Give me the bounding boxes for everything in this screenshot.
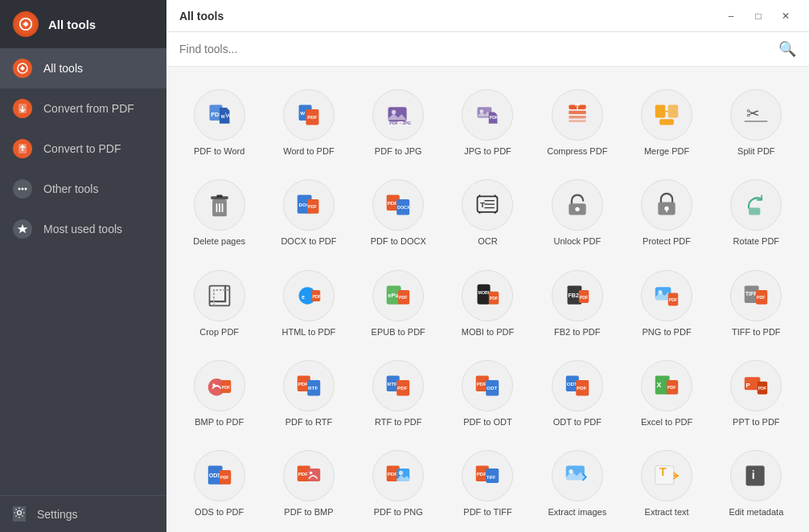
tool-crop-pdf[interactable]: Crop PDF [176, 260, 262, 344]
tool-pdf-to-rtf[interactable]: PDFRTFPDF to RTF [265, 350, 351, 434]
svg-text:PDF: PDF [307, 114, 318, 120]
svg-text:ODT: ODT [566, 381, 577, 387]
tool-label-protect-pdf: Protect PDF [643, 235, 691, 247]
tool-label-crop-pdf: Crop PDF [199, 326, 239, 338]
svg-text:✂: ✂ [746, 104, 760, 122]
sidebar-title: All tools [48, 18, 96, 31]
sidebar-item-convert-to-pdf[interactable]: Convert to PDF [0, 129, 166, 169]
svg-text:PDF: PDF [220, 476, 229, 481]
tool-compress-pdf[interactable]: Compress PDF [534, 80, 620, 163]
svg-rect-130 [746, 466, 765, 486]
all-tools-icon [13, 59, 32, 78]
tool-pdf-to-odt[interactable]: PDFODTPDF to ODT [445, 350, 531, 434]
svg-point-83 [212, 383, 216, 387]
tool-pdf-to-jpg[interactable]: PDF→JPGPDF to JPG [355, 80, 441, 163]
tool-icon-rtf-to-pdf: RTFPDF [372, 360, 424, 411]
tool-icon-delete-pages [194, 179, 245, 231]
sidebar-item-all-tools[interactable]: All tools [0, 48, 166, 88]
svg-text:PDF: PDF [669, 297, 678, 302]
tool-rotate-pdf[interactable]: Rotate PDF [713, 170, 799, 253]
svg-rect-55 [749, 208, 760, 215]
tool-icon-word-to-pdf: WPDF [283, 89, 335, 141]
tool-label-docx-to-pdf: DOCX to PDF [281, 235, 336, 247]
tool-word-to-pdf[interactable]: WPDFWord to PDF [265, 80, 351, 163]
tool-split-pdf[interactable]: ✂Split PDF [713, 80, 799, 163]
svg-rect-24 [569, 116, 585, 119]
most-used-tools-icon [13, 219, 32, 239]
minimize-button[interactable]: – [721, 6, 741, 27]
tool-icon-odt-to-pdf: ODTPDF [552, 360, 603, 411]
svg-rect-28 [659, 119, 674, 125]
tool-bmp-to-pdf[interactable]: PDFBMP to PDF [176, 350, 262, 434]
tool-icon-epub-to-pdf: ePubPDF [372, 270, 424, 321]
svg-rect-27 [668, 105, 678, 118]
tool-png-to-pdf[interactable]: PDFPNG to PDF [623, 260, 709, 344]
tool-tiff-to-pdf[interactable]: TIFFPDFTIFF to PDF [713, 260, 799, 344]
tool-icon-protect-pdf [641, 179, 692, 231]
tool-pdf-to-word[interactable]: PDFWPDF to Word [176, 80, 262, 163]
tool-label-delete-pages: Delete pages [193, 235, 245, 247]
sidebar-logo: All tools [0, 0, 166, 48]
tool-rtf-to-pdf[interactable]: RTFPDFRTF to PDF [355, 350, 441, 434]
svg-text:MOBI: MOBI [478, 290, 490, 295]
tool-protect-pdf[interactable]: Protect PDF [623, 170, 709, 253]
close-button[interactable]: ✕ [775, 6, 796, 27]
tool-extract-images[interactable]: Extract images [534, 440, 620, 524]
tool-icon-fb2-to-pdf: FB2PDF [552, 270, 603, 321]
tool-ocr[interactable]: TOCR [445, 170, 531, 253]
tool-label-mobi-to-pdf: MOBI to PDF [462, 326, 514, 338]
tool-odt-to-pdf[interactable]: ODTPDFODT to PDF [534, 350, 620, 434]
tool-fb2-to-pdf[interactable]: FB2PDFFB2 to PDF [534, 260, 620, 344]
tool-icon-ppt-to-pdf: PPDF [730, 360, 782, 411]
tool-pdf-to-bmp[interactable]: PDFPDF to BMP [265, 440, 351, 524]
tool-pdf-to-tiff[interactable]: PDFTIFFPDF to TIFF [445, 440, 531, 524]
tool-label-ods-to-pdf: ODS to PDF [195, 506, 244, 518]
maximize-button[interactable]: □ [748, 6, 769, 27]
tool-pdf-to-png[interactable]: PDFPDF to PNG [355, 440, 441, 524]
settings-icon [13, 506, 26, 522]
tool-icon-extract-text: T [641, 450, 692, 501]
tool-mobi-to-pdf[interactable]: MOBIPDFMOBI to PDF [445, 260, 531, 344]
sidebar-item-label-other-tools: Other tools [43, 182, 98, 195]
svg-text:PDF: PDF [490, 296, 499, 301]
svg-point-4 [18, 188, 21, 190]
tool-ods-to-pdf[interactable]: ODSPDFODS to PDF [176, 440, 262, 524]
tool-label-pdf-to-bmp: PDF to BMP [284, 506, 333, 518]
tool-extract-text[interactable]: TExtract text [623, 440, 709, 524]
tool-icon-pdf-to-tiff: PDFTIFF [462, 450, 513, 501]
tool-unlock-pdf[interactable]: Unlock PDF [534, 170, 620, 253]
sidebar-settings[interactable]: Settings [0, 495, 166, 532]
svg-text:PDF: PDF [477, 471, 487, 477]
svg-text:e: e [302, 293, 305, 300]
tool-label-pdf-to-tiff: PDF to TIFF [463, 506, 511, 518]
tool-merge-pdf[interactable]: Merge PDF [623, 80, 709, 163]
tool-label-epub-to-pdf: EPUB to PDF [372, 326, 425, 338]
tool-jpg-to-pdf[interactable]: PDFJPG to PDF [445, 80, 531, 163]
tool-ppt-to-pdf[interactable]: PPDFPPT to PDF [713, 350, 799, 434]
main-content: All tools – □ ✕ 🔍 PDFWPDF to WordWPDFWor… [166, 0, 809, 532]
sidebar-item-other-tools[interactable]: Other tools [0, 169, 166, 209]
tool-label-compress-pdf: Compress PDF [547, 145, 607, 157]
svg-point-5 [22, 188, 24, 190]
other-tools-icon [13, 179, 32, 198]
tool-icon-tiff-to-pdf: TIFFPDF [730, 270, 782, 321]
svg-text:PDF: PDF [388, 471, 398, 477]
sidebar-item-most-used-tools[interactable]: Most used tools [0, 209, 166, 249]
tool-edit-metadata[interactable]: iEdit metadata [713, 440, 799, 524]
tool-label-bmp-to-pdf: BMP to PDF [195, 416, 244, 428]
sidebar-item-label-convert-from-pdf: Convert from PDF [43, 102, 134, 115]
tool-pdf-to-docx[interactable]: PDFDOCXPDF to DOCX [355, 170, 441, 253]
search-icon[interactable]: 🔍 [778, 40, 796, 58]
search-input[interactable] [179, 43, 778, 55]
svg-text:i: i [752, 469, 755, 481]
tool-docx-to-pdf[interactable]: DOCXPDFDOCX to PDF [265, 170, 351, 253]
tool-delete-pages[interactable]: Delete pages [176, 170, 262, 253]
sidebar-item-convert-from-pdf[interactable]: Convert from PDF [0, 88, 166, 129]
tool-label-rotate-pdf: Rotate PDF [733, 235, 779, 247]
svg-text:FB2: FB2 [568, 292, 578, 298]
svg-text:PDF: PDF [312, 293, 321, 298]
tool-epub-to-pdf[interactable]: ePubPDFEPUB to PDF [355, 260, 441, 344]
tool-html-to-pdf[interactable]: ePDFHTML to PDF [265, 260, 351, 344]
svg-text:PDF: PDF [399, 295, 408, 300]
tool-excel-to-pdf[interactable]: XPDFExcel to PDF [623, 350, 709, 434]
